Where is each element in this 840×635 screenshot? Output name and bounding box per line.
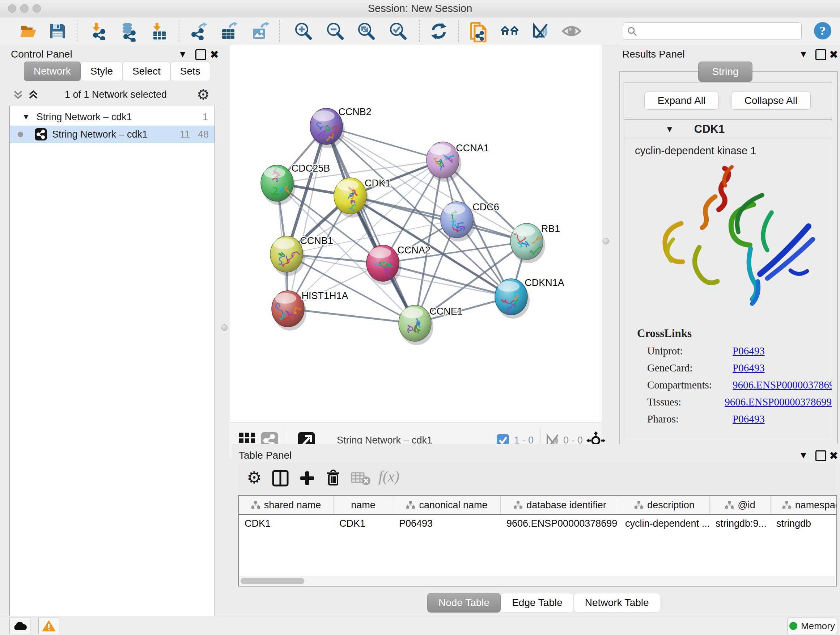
maximize-window-button[interactable] [33, 4, 41, 13]
close-window-button[interactable] [8, 4, 16, 13]
crosslink-label: Pharos: [647, 413, 711, 425]
warnings-button[interactable] [38, 618, 59, 634]
hide-panel-icon[interactable] [531, 22, 549, 40]
table-cell[interactable]: 9606.ENSP00000378699 [501, 515, 619, 532]
column-header-name[interactable]: name [333, 496, 393, 514]
zoom-selected-icon[interactable] [388, 22, 407, 40]
zoom-out-icon[interactable] [325, 22, 344, 40]
show-panel-icon[interactable] [561, 22, 579, 40]
export-network-icon[interactable] [190, 22, 208, 40]
network-status-dot [18, 132, 23, 137]
results-panel-maximize-icon[interactable] [815, 49, 826, 62]
control-panel-float-icon[interactable]: ▼ [178, 49, 187, 60]
string-home-icon[interactable] [500, 22, 518, 40]
save-session-icon[interactable] [49, 22, 66, 40]
column-header-description[interactable]: description [619, 496, 710, 514]
tab-node-table[interactable]: Node Table [427, 593, 501, 613]
table-cell[interactable]: CDK1 [239, 515, 333, 532]
table-row[interactable]: CDK1CDK1P064939606.ENSP00000378699cyclin… [239, 515, 836, 532]
refresh-icon[interactable] [430, 22, 448, 40]
help-icon[interactable]: ? [813, 21, 832, 40]
network-graph[interactable]: CCNB2CCNA1CDC25BCDK1CDC6RB1CCNB1CCNA2CDK… [230, 47, 602, 422]
export-table-icon[interactable] [220, 22, 238, 40]
table-cell[interactable]: stringdb [771, 515, 837, 532]
scrollbar-thumb[interactable] [240, 578, 304, 584]
edge-CDK1-RB1[interactable] [350, 196, 527, 241]
column-header-@id[interactable]: @id [710, 496, 771, 514]
edge-HIST1H1A-CCNE1[interactable] [288, 309, 415, 323]
collection-expand-icon[interactable]: ▼ [22, 112, 30, 122]
memory-button[interactable]: Memory [787, 618, 837, 634]
node-label-CCNA2: CCNA2 [397, 245, 431, 256]
expand-all-networks-icon[interactable] [27, 88, 39, 101]
expand-all-button[interactable]: Expand All [644, 92, 719, 110]
node-RB1[interactable] [510, 223, 545, 263]
minimize-window-button[interactable] [20, 4, 28, 13]
open-session-icon[interactable] [19, 22, 38, 40]
crosslink-value-link[interactable]: 9606.ENSP00000378699 [733, 379, 832, 391]
tab-string[interactable]: String [698, 62, 752, 82]
zoom-in-icon[interactable] [294, 22, 312, 40]
zoom-fit-icon[interactable] [357, 22, 375, 40]
delete-column-trash-icon[interactable] [325, 469, 341, 486]
crosslink-value-link[interactable]: P06493 [733, 345, 765, 357]
node-CCNE1[interactable] [399, 305, 433, 345]
left-splitter-handle[interactable] [221, 325, 227, 331]
results-panel-close-icon[interactable]: ✖ [829, 48, 838, 61]
column-header-database-identifier[interactable]: database identifier [501, 496, 619, 514]
collection-label: String Network – cdk1 [36, 111, 132, 123]
tab-style[interactable]: Style [81, 62, 123, 81]
table-panel-float-icon[interactable]: ▼ [799, 450, 808, 461]
results-panel-float-icon[interactable]: ▼ [799, 49, 808, 60]
column-header-canonical-name[interactable]: canonical name [393, 496, 501, 514]
add-column-icon[interactable] [299, 470, 316, 486]
table-cell[interactable]: CDK1 [333, 515, 393, 532]
tab-edge-table[interactable]: Edge Table [501, 593, 574, 613]
column-label: canonical name [419, 500, 487, 511]
network-selection-status: 1 of 1 Network selected [43, 89, 188, 100]
tab-network[interactable]: Network [24, 62, 81, 81]
table-options-gear-icon[interactable]: ⚙ [247, 468, 262, 487]
network-collection-row[interactable]: ▼ String Network – cdk1 1 [10, 108, 215, 126]
cloud-button[interactable] [9, 618, 30, 634]
show-columns-icon[interactable] [272, 470, 289, 486]
import-network-from-database-icon[interactable] [118, 22, 137, 40]
gene-collapse-icon[interactable]: ▼ [665, 124, 674, 134]
column-header-namespace[interactable]: namespace [771, 496, 837, 514]
right-splitter-handle[interactable] [603, 238, 609, 244]
crosslink-value-link[interactable]: P06493 [733, 413, 765, 425]
tab-select[interactable]: Select [123, 62, 171, 81]
control-panel-maximize-icon[interactable] [195, 49, 206, 62]
memory-status-dot [789, 622, 797, 630]
gene-section-header[interactable]: ▼ CDK1 [624, 120, 832, 139]
toolbar-separator [419, 20, 420, 42]
tab-network-table[interactable]: Network Table [574, 593, 660, 613]
table-cell[interactable]: stringdb:9... [710, 515, 771, 532]
node-CDC25B[interactable] [261, 165, 295, 205]
table-horizontal-scrollbar[interactable] [239, 576, 835, 586]
import-table-icon[interactable] [150, 22, 169, 40]
share-file-icon[interactable] [469, 22, 487, 40]
tab-sets[interactable]: Sets [171, 62, 210, 81]
search-input[interactable] [641, 25, 801, 37]
table-panel-maximize-icon[interactable] [815, 450, 826, 463]
edge-CCNB2-HIST1H1A[interactable] [288, 126, 326, 309]
import-network-icon[interactable] [90, 22, 108, 40]
crosslink-value-link[interactable]: 9606.ENSP00000378699 [725, 396, 832, 408]
control-panel-close-icon[interactable]: ✖ [210, 48, 219, 61]
collapse-all-button[interactable]: Collapse All [731, 92, 811, 110]
collapse-all-networks-icon[interactable] [12, 88, 24, 101]
table-cell[interactable]: cyclin-dependent ... [619, 515, 710, 532]
column-header-shared-name[interactable]: shared name [239, 496, 333, 514]
crosslink-value-link[interactable]: P06493 [733, 362, 765, 374]
apply-function-icon[interactable]: f(x) [378, 468, 399, 485]
node-CDC6[interactable] [441, 202, 475, 241]
delete-table-icon[interactable] [351, 471, 371, 486]
network-row-selected[interactable]: String Network – cdk1 11 48 [10, 126, 215, 143]
table-panel-close-icon[interactable]: ✖ [829, 449, 838, 462]
table-cell[interactable]: P06493 [393, 515, 501, 532]
node-CDK1[interactable] [334, 178, 369, 218]
search-box[interactable] [623, 22, 802, 40]
network-options-gear-icon[interactable]: ⚙ [197, 86, 210, 103]
export-image-icon[interactable] [251, 22, 269, 40]
